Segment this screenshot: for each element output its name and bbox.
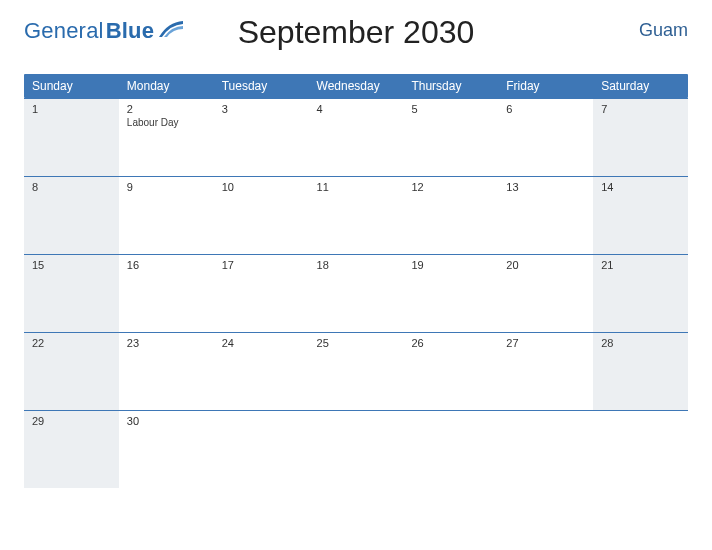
day-number: 22 [32,337,113,349]
day-cell: 7 [593,98,688,176]
dow-monday: Monday [119,74,214,98]
day-cell: 5 [403,98,498,176]
day-number: 8 [32,181,113,193]
region-label: Guam [639,20,688,41]
day-number: 14 [601,181,682,193]
day-cell: 18 [309,254,404,332]
day-cell-empty [593,410,688,488]
day-cell: 6 [498,98,593,176]
day-number: 4 [317,103,398,115]
day-cell: 15 [24,254,119,332]
day-cell-empty [498,410,593,488]
day-cell: 2Labour Day [119,98,214,176]
day-number: 20 [506,259,587,271]
day-cell: 30 [119,410,214,488]
day-cell: 25 [309,332,404,410]
day-number: 30 [127,415,208,427]
dow-tuesday: Tuesday [214,74,309,98]
day-number: 18 [317,259,398,271]
day-cell-empty [214,410,309,488]
day-cell: 16 [119,254,214,332]
day-cell: 21 [593,254,688,332]
calendar-title: September 2030 [24,14,688,51]
day-cell: 19 [403,254,498,332]
day-cell: 17 [214,254,309,332]
day-cell: 23 [119,332,214,410]
day-cell: 1 [24,98,119,176]
day-number: 5 [411,103,492,115]
header: General Blue September 2030 Guam [24,14,688,68]
day-number: 27 [506,337,587,349]
calendar-page: General Blue September 2030 Guam Sunday … [0,0,712,506]
day-event: Labour Day [127,117,208,128]
day-number: 1 [32,103,113,115]
day-cell: 28 [593,332,688,410]
week-row: 12Labour Day34567 [24,98,688,176]
dow-saturday: Saturday [593,74,688,98]
dow-sunday: Sunday [24,74,119,98]
day-cell-empty [309,410,404,488]
day-number: 17 [222,259,303,271]
week-row: 15161718192021 [24,254,688,332]
day-number: 12 [411,181,492,193]
day-cell-empty [403,410,498,488]
day-number: 3 [222,103,303,115]
day-number: 28 [601,337,682,349]
day-number: 23 [127,337,208,349]
day-number: 25 [317,337,398,349]
day-number: 19 [411,259,492,271]
day-number: 29 [32,415,113,427]
day-cell: 9 [119,176,214,254]
day-cell: 13 [498,176,593,254]
day-number: 15 [32,259,113,271]
day-number: 11 [317,181,398,193]
day-cell: 22 [24,332,119,410]
day-number: 16 [127,259,208,271]
day-number: 9 [127,181,208,193]
day-cell: 20 [498,254,593,332]
week-row: 2930 [24,410,688,488]
week-row: 22232425262728 [24,332,688,410]
day-cell: 8 [24,176,119,254]
day-cell: 27 [498,332,593,410]
day-cell: 4 [309,98,404,176]
day-of-week-header: Sunday Monday Tuesday Wednesday Thursday… [24,74,688,98]
day-number: 10 [222,181,303,193]
day-cell: 11 [309,176,404,254]
day-cell: 12 [403,176,498,254]
day-number: 6 [506,103,587,115]
dow-thursday: Thursday [403,74,498,98]
day-number: 13 [506,181,587,193]
day-cell: 10 [214,176,309,254]
day-cell: 24 [214,332,309,410]
day-cell: 3 [214,98,309,176]
dow-friday: Friday [498,74,593,98]
day-number: 7 [601,103,682,115]
day-number: 2 [127,103,208,115]
weeks-grid: 12Labour Day3456789101112131415161718192… [24,98,688,488]
week-row: 891011121314 [24,176,688,254]
day-cell: 29 [24,410,119,488]
day-cell: 26 [403,332,498,410]
day-number: 26 [411,337,492,349]
day-cell: 14 [593,176,688,254]
dow-wednesday: Wednesday [309,74,404,98]
day-number: 24 [222,337,303,349]
day-number: 21 [601,259,682,271]
